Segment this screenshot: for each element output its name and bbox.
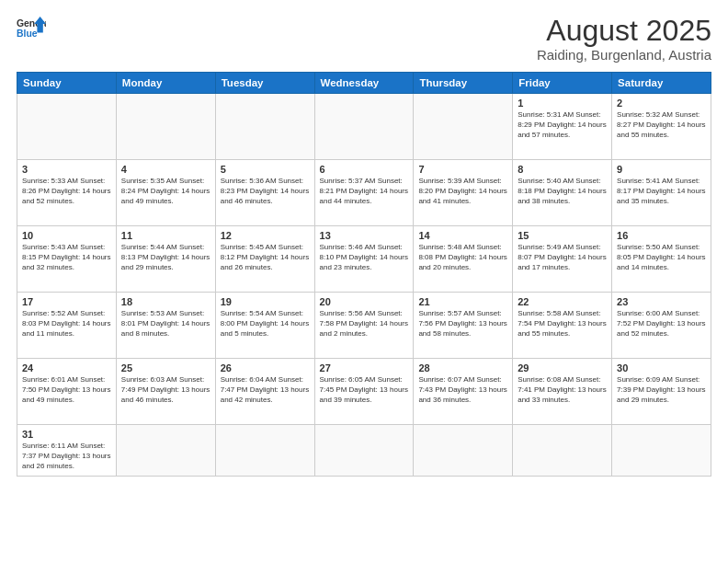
calendar-table: Sunday Monday Tuesday Wednesday Thursday… <box>17 72 711 476</box>
day-number: 27 <box>320 362 409 373</box>
day-number: 7 <box>418 164 507 175</box>
day-info: Sunrise: 5:37 AM Sunset: 8:21 PM Dayligh… <box>320 177 409 206</box>
day-info: Sunrise: 5:54 AM Sunset: 8:00 PM Dayligh… <box>221 309 310 339</box>
weekday-header-row: Sunday Monday Tuesday Wednesday Thursday… <box>17 73 711 94</box>
calendar-cell <box>414 425 513 476</box>
calendar-subtitle: Raiding, Burgenland, Austria <box>537 47 711 63</box>
calendar-cell: 11Sunrise: 5:44 AM Sunset: 8:13 PM Dayli… <box>116 226 215 293</box>
day-info: Sunrise: 5:52 AM Sunset: 8:03 PM Dayligh… <box>22 309 111 339</box>
day-number: 25 <box>121 362 210 373</box>
day-info: Sunrise: 6:05 AM Sunset: 7:45 PM Dayligh… <box>320 375 409 405</box>
calendar-cell <box>314 94 414 160</box>
day-info: Sunrise: 6:08 AM Sunset: 7:41 PM Dayligh… <box>518 375 607 405</box>
day-number: 26 <box>221 362 310 373</box>
calendar-cell: 26Sunrise: 6:04 AM Sunset: 7:47 PM Dayli… <box>215 359 314 425</box>
day-number: 23 <box>617 296 706 307</box>
day-info: Sunrise: 6:04 AM Sunset: 7:47 PM Dayligh… <box>221 375 310 405</box>
calendar-cell: 18Sunrise: 5:53 AM Sunset: 8:01 PM Dayli… <box>116 293 215 359</box>
calendar-cell: 22Sunrise: 5:58 AM Sunset: 7:54 PM Dayli… <box>513 293 612 359</box>
calendar-cell: 15Sunrise: 5:49 AM Sunset: 8:07 PM Dayli… <box>513 226 612 293</box>
calendar-cell <box>116 425 215 476</box>
day-number: 12 <box>221 230 310 241</box>
calendar-cell: 3Sunrise: 5:33 AM Sunset: 8:26 PM Daylig… <box>17 160 117 226</box>
header: General Blue August 2025 Raiding, Burgen… <box>17 15 711 63</box>
day-number: 13 <box>320 230 409 241</box>
calendar-cell: 30Sunrise: 6:09 AM Sunset: 7:39 PM Dayli… <box>612 359 711 425</box>
day-info: Sunrise: 6:00 AM Sunset: 7:52 PM Dayligh… <box>617 309 706 339</box>
calendar-cell <box>314 425 414 476</box>
day-info: Sunrise: 5:56 AM Sunset: 7:58 PM Dayligh… <box>320 309 409 339</box>
calendar-cell <box>612 425 711 476</box>
day-number: 3 <box>22 164 111 175</box>
calendar-cell: 1Sunrise: 5:31 AM Sunset: 8:29 PM Daylig… <box>513 94 612 160</box>
day-number: 21 <box>418 296 507 307</box>
calendar-cell: 7Sunrise: 5:39 AM Sunset: 8:20 PM Daylig… <box>414 160 513 226</box>
day-info: Sunrise: 5:53 AM Sunset: 8:01 PM Dayligh… <box>121 309 210 339</box>
calendar-cell: 8Sunrise: 5:40 AM Sunset: 8:18 PM Daylig… <box>513 160 612 226</box>
day-number: 15 <box>518 230 607 241</box>
header-saturday: Saturday <box>612 73 711 94</box>
day-number: 14 <box>418 230 507 241</box>
day-info: Sunrise: 5:32 AM Sunset: 8:27 PM Dayligh… <box>617 110 706 140</box>
day-info: Sunrise: 5:58 AM Sunset: 7:54 PM Dayligh… <box>518 309 607 339</box>
day-info: Sunrise: 5:49 AM Sunset: 8:07 PM Dayligh… <box>518 243 607 272</box>
day-number: 5 <box>221 164 310 175</box>
calendar-cell: 21Sunrise: 5:57 AM Sunset: 7:56 PM Dayli… <box>414 293 513 359</box>
calendar-cell: 6Sunrise: 5:37 AM Sunset: 8:21 PM Daylig… <box>314 160 414 226</box>
day-number: 20 <box>320 296 409 307</box>
calendar-cell <box>215 94 314 160</box>
day-info: Sunrise: 6:07 AM Sunset: 7:43 PM Dayligh… <box>418 375 507 405</box>
day-info: Sunrise: 5:40 AM Sunset: 8:18 PM Dayligh… <box>518 177 607 206</box>
calendar-cell: 31Sunrise: 6:11 AM Sunset: 7:37 PM Dayli… <box>17 425 117 476</box>
calendar-title: August 2025 <box>537 15 711 47</box>
day-info: Sunrise: 5:39 AM Sunset: 8:20 PM Dayligh… <box>418 177 507 206</box>
svg-text:Blue: Blue <box>17 29 38 39</box>
day-number: 2 <box>617 98 706 109</box>
day-number: 16 <box>617 230 706 241</box>
calendar-cell <box>116 94 215 160</box>
day-number: 28 <box>418 362 507 373</box>
day-number: 6 <box>320 164 409 175</box>
day-number: 30 <box>617 362 706 373</box>
day-number: 18 <box>121 296 210 307</box>
day-info: Sunrise: 5:50 AM Sunset: 8:05 PM Dayligh… <box>617 243 706 272</box>
header-sunday: Sunday <box>17 73 117 94</box>
day-info: Sunrise: 5:35 AM Sunset: 8:24 PM Dayligh… <box>121 177 210 206</box>
calendar-cell: 20Sunrise: 5:56 AM Sunset: 7:58 PM Dayli… <box>314 293 414 359</box>
calendar-cell: 12Sunrise: 5:45 AM Sunset: 8:12 PM Dayli… <box>215 226 314 293</box>
header-wednesday: Wednesday <box>314 73 414 94</box>
calendar-cell: 19Sunrise: 5:54 AM Sunset: 8:00 PM Dayli… <box>215 293 314 359</box>
logo: General Blue <box>17 15 46 40</box>
calendar-cell: 4Sunrise: 5:35 AM Sunset: 8:24 PM Daylig… <box>116 160 215 226</box>
day-number: 22 <box>518 296 607 307</box>
day-number: 19 <box>221 296 310 307</box>
day-info: Sunrise: 6:09 AM Sunset: 7:39 PM Dayligh… <box>617 375 706 405</box>
day-info: Sunrise: 6:01 AM Sunset: 7:50 PM Dayligh… <box>22 375 111 405</box>
day-info: Sunrise: 5:43 AM Sunset: 8:15 PM Dayligh… <box>22 243 111 272</box>
calendar-cell: 24Sunrise: 6:01 AM Sunset: 7:50 PM Dayli… <box>17 359 117 425</box>
calendar-cell <box>215 425 314 476</box>
header-thursday: Thursday <box>414 73 513 94</box>
calendar-cell: 13Sunrise: 5:46 AM Sunset: 8:10 PM Dayli… <box>314 226 414 293</box>
calendar-cell: 16Sunrise: 5:50 AM Sunset: 8:05 PM Dayli… <box>612 226 711 293</box>
day-number: 1 <box>518 98 607 109</box>
day-info: Sunrise: 5:57 AM Sunset: 7:56 PM Dayligh… <box>418 309 507 339</box>
day-number: 24 <box>22 362 111 373</box>
calendar-cell: 29Sunrise: 6:08 AM Sunset: 7:41 PM Dayli… <box>513 359 612 425</box>
calendar-cell: 2Sunrise: 5:32 AM Sunset: 8:27 PM Daylig… <box>612 94 711 160</box>
day-info: Sunrise: 5:44 AM Sunset: 8:13 PM Dayligh… <box>121 243 210 272</box>
day-number: 9 <box>617 164 706 175</box>
day-info: Sunrise: 5:45 AM Sunset: 8:12 PM Dayligh… <box>221 243 310 272</box>
day-number: 11 <box>121 230 210 241</box>
day-number: 4 <box>121 164 210 175</box>
calendar-cell: 25Sunrise: 6:03 AM Sunset: 7:49 PM Dayli… <box>116 359 215 425</box>
page: General Blue August 2025 Raiding, Burgen… <box>0 0 728 563</box>
day-info: Sunrise: 5:36 AM Sunset: 8:23 PM Dayligh… <box>221 177 310 206</box>
day-info: Sunrise: 5:41 AM Sunset: 8:17 PM Dayligh… <box>617 177 706 206</box>
day-number: 10 <box>22 230 111 241</box>
calendar-cell: 23Sunrise: 6:00 AM Sunset: 7:52 PM Dayli… <box>612 293 711 359</box>
day-info: Sunrise: 5:48 AM Sunset: 8:08 PM Dayligh… <box>418 243 507 272</box>
day-number: 8 <box>518 164 607 175</box>
calendar-cell: 27Sunrise: 6:05 AM Sunset: 7:45 PM Dayli… <box>314 359 414 425</box>
day-info: Sunrise: 6:03 AM Sunset: 7:49 PM Dayligh… <box>121 375 210 405</box>
